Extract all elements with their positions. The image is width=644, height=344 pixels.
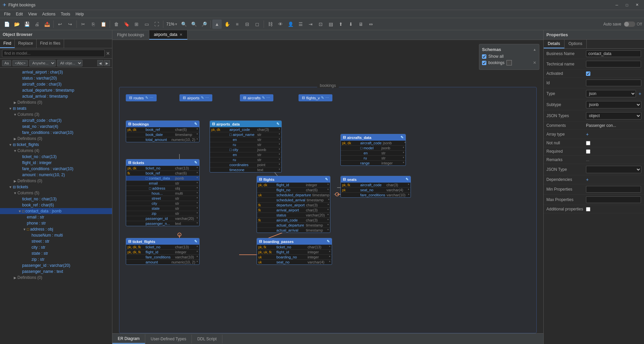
menu-view[interactable]: View (25, 11, 40, 17)
prop-select-json-type[interactable] (586, 166, 641, 173)
search-clear-icon[interactable]: ✕ (106, 51, 110, 56)
layout-tool[interactable]: ⊡ (316, 19, 325, 29)
nav-next-button[interactable]: ▶ (104, 60, 110, 66)
prop-select-json-types[interactable]: object array string (586, 112, 641, 119)
table-nav-aircrafts[interactable]: ⊟ aircrafts ✎ ⋯ (240, 94, 273, 101)
redo-button[interactable]: ↪ (65, 19, 75, 29)
tree-item-passenger-name[interactable]: passenger_name : text (0, 268, 112, 275)
schemas-collapse-button[interactable]: ▲ (533, 48, 536, 51)
tree-item-amount[interactable]: amount : numeric(10, 2) (0, 172, 112, 178)
tree-item-definitions-0[interactable]: ▶ Definitions (0) (0, 99, 112, 105)
tab-ddl-script[interactable]: DDL Script (192, 335, 222, 343)
tree-item-housenum[interactable]: houseNum : multi (0, 232, 112, 238)
case-filter-button[interactable]: Aa (2, 60, 11, 66)
menu-help[interactable]: Help (73, 11, 87, 17)
tab-airports-data[interactable]: airports_data ✕ (149, 30, 187, 40)
db-table-flights[interactable]: ⊟ flights ✎ pk, dk flight_id integer * f… (257, 176, 330, 233)
prop-input-technical-name[interactable] (586, 61, 641, 67)
show-all-checkbox[interactable] (482, 54, 486, 59)
zoom-in-button[interactable]: 🔍 (179, 19, 189, 29)
undo-button[interactable]: ↩ (55, 19, 65, 29)
tree-item-actual-departure[interactable]: actual_departure : timestamp (0, 87, 112, 93)
prop-input-min-properties[interactable] (586, 186, 641, 193)
tree-item-ticket-flights[interactable]: ▼ ⊟ ticket_flights (0, 142, 112, 148)
eraser-tool[interactable]: ◻ (253, 19, 262, 29)
panel-tool[interactable]: ▤ (326, 19, 335, 29)
tree-item-fare-conditions-seats[interactable]: fare_conditions : varchar(10) (0, 130, 112, 136)
db-table-boarding-passes[interactable]: ⊟ boarding_passes ✎ pk, fk ticket_no cha… (257, 238, 332, 265)
find-tab[interactable]: Find (0, 39, 15, 48)
prop-type-add-button[interactable]: + (639, 91, 641, 96)
search-input[interactable] (2, 50, 105, 57)
prop-select-type[interactable]: json jsonb text (586, 90, 636, 97)
split-button[interactable]: ⇔ (366, 19, 376, 29)
bookings-checkbox[interactable] (482, 61, 486, 65)
table-nav-flights-v[interactable]: ⊟ flights_v ✎ ⋯ (299, 94, 332, 101)
db-table-ticket-flights[interactable]: ⊟ ticket_flights ✎ pk, dk, fk ticket_no … (126, 238, 200, 265)
tree-item-tickets[interactable]: ▼ ⊟ tickets (0, 184, 112, 190)
hand-tool[interactable]: ✋ (222, 19, 232, 29)
tree-item-columns-3[interactable]: ▼ Columns (3) (0, 111, 112, 117)
line-tool[interactable]: ≡ (232, 19, 242, 29)
tree-item-contact-data[interactable]: ▼ □ contact_data : jsonb (0, 208, 112, 214)
tree-item-actual-arrival[interactable]: actual_arrival : timestamp (0, 93, 112, 99)
props-tab-details[interactable]: Details (544, 40, 565, 48)
tree-item-definitions-tf[interactable]: ▶ Definitions (0) (0, 178, 112, 184)
export-button[interactable]: 📤 (42, 19, 52, 29)
link-tool[interactable]: ⛓ (266, 19, 275, 29)
props-tab-options[interactable]: Options (565, 40, 587, 48)
find-button[interactable]: 🔎 (199, 19, 209, 29)
table-nav-airports[interactable]: ⊟ airports ✎ ⋯ (179, 94, 212, 101)
screen-button[interactable]: 🖥 (356, 19, 366, 29)
db-table-aircrafts-data[interactable]: ⊟ aircrafts_data ✎ pk, dk aircraft_code … (340, 134, 406, 166)
tree-item-book-ref[interactable]: book_ref : char(6) (0, 202, 112, 208)
frame-button[interactable]: ▭ (142, 19, 151, 29)
nav-prev-button[interactable]: ◀ (97, 60, 103, 66)
tree-item-aircraft-code[interactable]: aircraft_code : char(3) (0, 81, 112, 87)
tree-item-status[interactable]: status : varchar(20) (0, 75, 112, 81)
prop-dependencies-add-button[interactable]: + (586, 177, 589, 182)
tab-user-defined-types[interactable]: User-Defined Types (145, 335, 192, 343)
canvas-area[interactable]: bookings ⊟ routes ✎ ⋯ ⊟ airports ✎ ⋯ ⊟ a… (112, 40, 543, 344)
prop-required-checkbox[interactable] (586, 149, 590, 154)
fullscreen-button[interactable]: ⛶ (152, 19, 161, 29)
maximize-button[interactable]: □ (623, 1, 631, 9)
table-nav-routes[interactable]: ⊟ routes ✎ ⋯ (126, 94, 157, 101)
tree-item-street[interactable]: street : str (0, 238, 112, 244)
list-tool[interactable]: ☰ (296, 19, 305, 29)
tree-item-seat-no[interactable]: seat_no : varchar(4) (0, 124, 112, 130)
replace-tab[interactable]: Replace (15, 39, 37, 48)
menu-actions[interactable]: Actions (40, 11, 58, 17)
prop-additional-properties-checkbox[interactable] (586, 207, 590, 211)
tree-item-seats[interactable]: ▼ ⊟ seats (0, 105, 112, 111)
eye-tool[interactable]: 👁 (276, 19, 285, 29)
db-table-bookings[interactable]: ⊟ bookings ✎ pk, dk book_ref char(6) * b… (126, 120, 200, 142)
cut-button[interactable]: ✂ (78, 19, 88, 29)
autosave-toggle[interactable]: Off (624, 21, 642, 27)
indent-tool[interactable]: ⇥ (306, 19, 315, 29)
menu-file[interactable]: File (1, 11, 13, 17)
tree-item-city[interactable]: city : str (0, 244, 112, 250)
tree-item-arrival-airport[interactable]: arrival_airport : char(3) (0, 69, 112, 75)
prop-input-business-name[interactable] (586, 50, 641, 57)
tree-item-zip[interactable]: zip : str (0, 256, 112, 262)
tree-item-columns-4[interactable]: ▼ Columns (4) (0, 148, 112, 154)
db-table-seats[interactable]: ⊟ seats ✎ pk, fk aircraft_code char(3) *… (340, 176, 411, 198)
zoom-out-button[interactable]: 🔍 (189, 19, 199, 29)
person-tool[interactable]: 👤 (286, 19, 295, 29)
tab-er-diagram[interactable]: ER Diagram (112, 334, 145, 344)
menu-edit[interactable]: Edit (13, 11, 25, 17)
print-button[interactable]: 🖨 (32, 19, 42, 29)
where-filter-select[interactable]: Anywhe... (29, 60, 56, 66)
table-tool[interactable]: ⊟ (243, 19, 252, 29)
prop-activated-checkbox[interactable] (586, 71, 590, 76)
tree-item-flight-id[interactable]: flight_id : integer (0, 160, 112, 166)
tree-item-tf-ticket-no[interactable]: ticket_no : char(13) (0, 154, 112, 160)
tree-item-phone[interactable]: phone : str (0, 220, 112, 226)
pointer-tool[interactable]: ▲ (212, 19, 222, 29)
paste-button[interactable]: 📋 (99, 19, 108, 29)
toggle-track[interactable] (624, 21, 635, 27)
new-button[interactable]: 📄 (2, 19, 11, 29)
tab-flight-bookings[interactable]: Flight bookings (112, 31, 149, 39)
bookmark-button[interactable]: 🔖 (122, 19, 131, 29)
